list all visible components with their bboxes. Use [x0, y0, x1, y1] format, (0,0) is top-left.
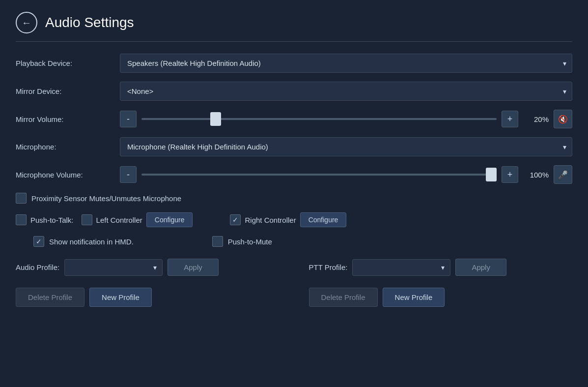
- mirror-device-label: Mirror Device:: [16, 87, 114, 95]
- microphone-mute-button[interactable]: 🎤: [554, 165, 572, 184]
- left-controller-label: Left Controller: [96, 216, 142, 224]
- proximity-sensor-label: Proximity Sensor Mutes/Unmutes Microphon…: [31, 194, 181, 203]
- bottom-section: Audio Profile: ▾ Apply Delete Profile Ne…: [16, 259, 572, 307]
- left-controller-checkbox[interactable]: [82, 214, 92, 225]
- microphone-volume-controls: - + 100% 🎤: [120, 165, 572, 184]
- microphone-row: Microphone: Microphone (Realtek High Def…: [16, 137, 572, 156]
- mirror-volume-minus-button[interactable]: -: [120, 111, 137, 127]
- ptt-main-group: Push-to-Talk:: [16, 214, 74, 225]
- microphone-volume-slider[interactable]: [141, 174, 497, 176]
- audio-profile-buttons: Delete Profile New Profile: [16, 288, 280, 307]
- mirror-volume-slider[interactable]: [141, 118, 497, 120]
- audio-profile-delete-button[interactable]: Delete Profile: [16, 288, 84, 307]
- mirror-volume-plus-button[interactable]: +: [502, 111, 518, 127]
- right-controller-checkbox[interactable]: [230, 214, 241, 225]
- audio-profile-col: Audio Profile: ▾ Apply Delete Profile Ne…: [16, 259, 280, 307]
- show-notification-checkbox[interactable]: [33, 236, 44, 247]
- ptt-profile-select-wrapper: ▾: [352, 259, 450, 276]
- notification-row: Show notification in HMD. Push-to-Mute: [16, 236, 572, 247]
- push-to-mute-checkbox[interactable]: [212, 236, 223, 247]
- audio-profile-new-button[interactable]: New Profile: [89, 288, 152, 307]
- show-notification-group: Show notification in HMD.: [33, 236, 134, 247]
- push-to-talk-checkbox[interactable]: [16, 214, 27, 225]
- microphone-select-wrapper: Microphone (Realtek High Definition Audi…: [120, 137, 572, 156]
- ptt-profile-new-button[interactable]: New Profile: [383, 288, 445, 307]
- ptt-profile-col: PTT Profile: ▾ Apply Delete Profile New …: [309, 259, 573, 307]
- playback-device-select[interactable]: Speakers (Realtek High Definition Audio): [120, 54, 572, 73]
- mirror-volume-controls: - + 20% 🔇: [120, 110, 572, 128]
- ptt-right-controller-group: Right Controller Configure: [230, 212, 346, 227]
- audio-profile-section: Audio Profile: ▾ Apply: [16, 259, 280, 276]
- audio-profile-label: Audio Profile:: [16, 263, 59, 271]
- microphone-volume-pct: 100%: [523, 171, 549, 179]
- ptt-profile-label: PTT Profile:: [309, 263, 348, 271]
- mirror-device-row: Mirror Device: <None> ▾: [16, 82, 572, 101]
- playback-device-select-wrapper: Speakers (Realtek High Definition Audio)…: [120, 54, 572, 73]
- push-to-talk-label: Push-to-Talk:: [30, 216, 74, 224]
- mirror-device-select[interactable]: <None>: [120, 82, 572, 101]
- right-controller-label: Right Controller: [245, 216, 296, 224]
- microphone-volume-label: Microphone Volume:: [16, 171, 114, 179]
- back-button[interactable]: ←: [16, 12, 37, 33]
- playback-device-label: Playback Device:: [16, 59, 114, 67]
- microphone-volume-minus-button[interactable]: -: [120, 166, 137, 183]
- header-divider: [16, 41, 572, 42]
- page-title: Audio Settings: [45, 15, 134, 30]
- microphone-volume-row: Microphone Volume: - + 100% 🎤: [16, 165, 572, 184]
- mirror-volume-label: Mirror Volume:: [16, 115, 114, 123]
- audio-profile-select[interactable]: [64, 259, 163, 276]
- push-to-talk-row: Push-to-Talk: Left Controller Configure …: [16, 212, 572, 227]
- left-controller-configure-button[interactable]: Configure: [146, 212, 193, 227]
- mirror-mute-button[interactable]: 🔇: [554, 110, 572, 128]
- push-to-mute-group: Push-to-Mute: [212, 236, 272, 247]
- ptt-profile-select[interactable]: [352, 259, 450, 276]
- mirror-volume-pct: 20%: [523, 115, 549, 123]
- microphone-select[interactable]: Microphone (Realtek High Definition Audi…: [120, 137, 572, 156]
- ptt-profile-section: PTT Profile: ▾ Apply: [309, 259, 573, 276]
- proximity-sensor-checkbox[interactable]: [16, 193, 27, 204]
- ptt-left-controller-group: Left Controller Configure: [82, 212, 193, 227]
- show-notification-label: Show notification in HMD.: [49, 238, 134, 246]
- mirror-device-select-wrapper: <None> ▾: [120, 82, 572, 101]
- ptt-profile-apply-button[interactable]: Apply: [455, 259, 506, 276]
- ptt-profile-buttons: Delete Profile New Profile: [309, 288, 573, 307]
- audio-profile-apply-button[interactable]: Apply: [168, 259, 219, 276]
- header: ← Audio Settings: [16, 12, 572, 33]
- ptt-profile-delete-button[interactable]: Delete Profile: [309, 288, 378, 307]
- push-to-mute-label: Push-to-Mute: [228, 238, 272, 246]
- audio-profile-select-wrapper: ▾: [64, 259, 163, 276]
- mirror-volume-row: Mirror Volume: - + 20% 🔇: [16, 110, 572, 128]
- microphone-label: Microphone:: [16, 143, 114, 151]
- right-controller-configure-button[interactable]: Configure: [300, 212, 347, 227]
- proximity-sensor-row: Proximity Sensor Mutes/Unmutes Microphon…: [16, 193, 572, 204]
- playback-device-row: Playback Device: Speakers (Realtek High …: [16, 54, 572, 73]
- microphone-volume-plus-button[interactable]: +: [502, 166, 518, 183]
